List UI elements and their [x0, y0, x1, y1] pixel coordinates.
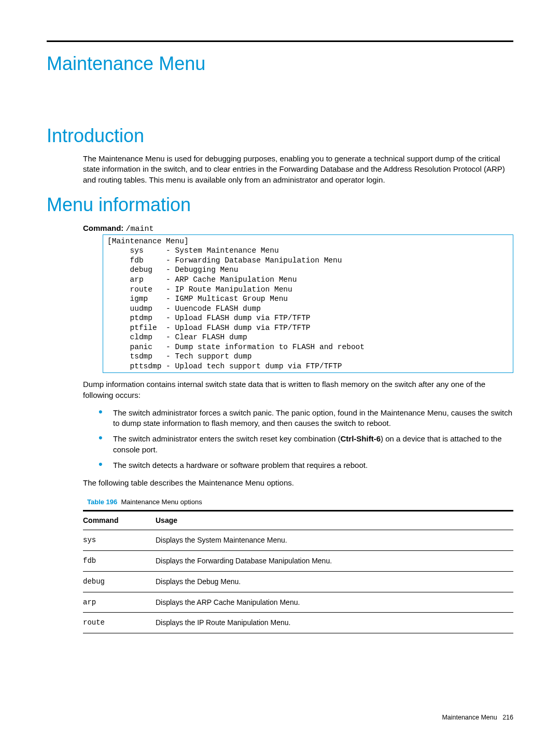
- table-header-row: Command Usage: [83, 510, 513, 530]
- cell-command: fdb: [83, 550, 156, 571]
- cell-usage: Displays the Forwarding Database Manipul…: [156, 550, 513, 571]
- cell-command: sys: [83, 530, 156, 550]
- table-caption: Table 196 Maintenance Menu options: [87, 497, 513, 507]
- list-item: The switch administrator enters the swit…: [99, 434, 513, 455]
- table-row: fdb Displays the Forwarding Database Man…: [83, 550, 513, 571]
- table-row: debug Displays the Debug Menu.: [83, 571, 513, 592]
- col-usage: Usage: [156, 510, 513, 530]
- bullet-list: The switch administrator forces a switch…: [99, 408, 513, 471]
- table-caption-text: Maintenance Menu options: [121, 498, 202, 506]
- table-row: arp Displays the ARP Cache Manipulation …: [83, 592, 513, 613]
- table-lead: The following table describes the Mainte…: [83, 478, 513, 488]
- options-table: Command Usage sys Displays the System Ma…: [83, 510, 513, 633]
- cell-command: debug: [83, 571, 156, 592]
- top-rule: [47, 40, 513, 42]
- menu-info-heading: Menu information: [47, 192, 513, 218]
- page-footer: Maintenance Menu 216: [442, 713, 513, 722]
- cell-usage: Displays the IP Route Manipulation Menu.: [156, 613, 513, 633]
- cell-usage: Displays the System Maintenance Menu.: [156, 530, 513, 550]
- dump-info-paragraph: Dump information contains internal switc…: [83, 379, 513, 400]
- terminal-output: [Maintenance Menu] sys - System Maintena…: [103, 234, 513, 374]
- footer-label: Maintenance Menu: [442, 714, 497, 721]
- table-row: sys Displays the System Maintenance Menu…: [83, 530, 513, 550]
- cell-usage: Displays the ARP Cache Manipulation Menu…: [156, 592, 513, 613]
- bullet-text-pre: The switch administrator enters the swit…: [113, 434, 341, 443]
- list-item: The switch administrator forces a switch…: [99, 408, 513, 429]
- cell-usage: Displays the Debug Menu.: [156, 571, 513, 592]
- intro-paragraph: The Maintenance Menu is used for debuggi…: [83, 154, 513, 185]
- cell-command: arp: [83, 592, 156, 613]
- command-line: Command: /maint: [83, 223, 513, 234]
- intro-heading: Introduction: [47, 123, 513, 149]
- col-command: Command: [83, 510, 156, 530]
- command-value: /maint: [126, 225, 154, 233]
- table-row: route Displays the IP Route Manipulation…: [83, 613, 513, 633]
- list-item: The switch detects a hardware or softwar…: [99, 460, 513, 471]
- page-title: Maintenance Menu: [47, 51, 513, 77]
- command-label: Command:: [83, 224, 123, 232]
- table-number: Table 196: [87, 498, 117, 506]
- cell-command: route: [83, 613, 156, 633]
- key-combo: Ctrl-Shift-6: [341, 434, 381, 443]
- footer-page-number: 216: [502, 714, 513, 721]
